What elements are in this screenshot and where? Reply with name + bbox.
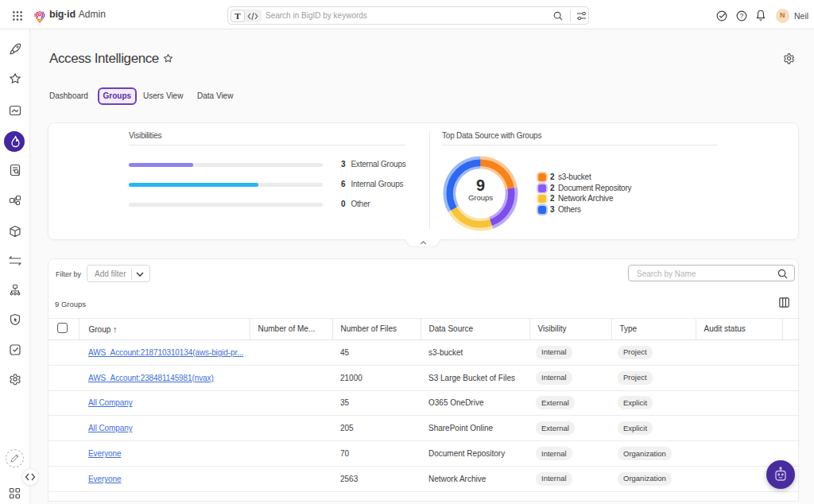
- svg-text:?: ?: [739, 12, 743, 20]
